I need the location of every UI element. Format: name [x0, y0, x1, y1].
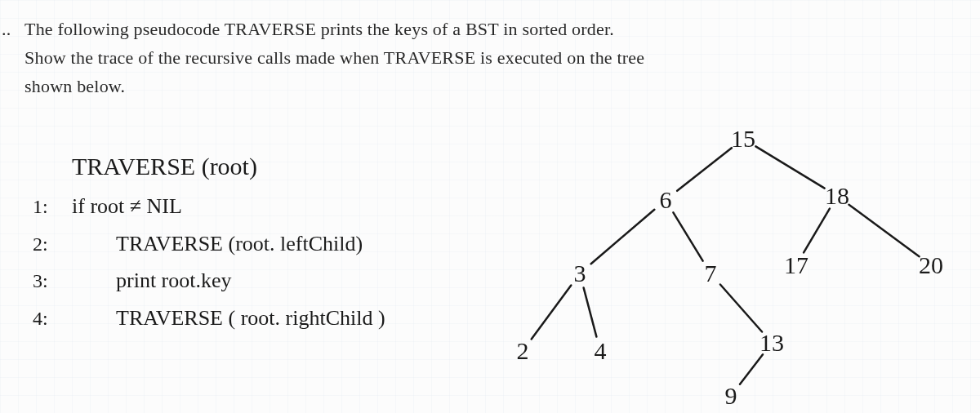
tree-edge	[804, 209, 830, 253]
tree-edge	[673, 212, 702, 260]
tree-node-3: 3	[574, 260, 586, 287]
line-text-2: TRAVERSE (root. leftChild)	[116, 227, 363, 261]
line-num-4: 4:	[33, 303, 60, 334]
tree-edges	[474, 114, 964, 408]
line-text-4: TRAVERSE ( root. rightChild )	[116, 301, 385, 335]
bst-tree: 1561837172024139	[474, 114, 964, 408]
tree-node-9: 9	[725, 382, 737, 410]
tree-node-18: 18	[825, 182, 849, 210]
tree-edge	[740, 354, 763, 384]
tree-node-20: 20	[919, 251, 943, 279]
tree-node-7: 7	[705, 260, 717, 287]
tree-edge	[677, 148, 732, 191]
line-text-3: print root.key	[116, 264, 232, 298]
question-prompt: .. The following pseudocode TRAVERSE pri…	[24, 15, 645, 101]
prompt-text: The following pseudocode TRAVERSE prints…	[24, 19, 644, 96]
pseudo-title: TRAVERSE (root)	[72, 147, 257, 186]
tree-edge	[849, 205, 919, 257]
tree-node-6: 6	[660, 186, 672, 214]
pseudocode-block: TRAVERSE (root) 1: if root ≠ NIL 2: TRAV…	[33, 147, 385, 338]
tree-edge	[755, 146, 824, 188]
tree-node-4: 4	[595, 337, 607, 365]
tree-edge	[584, 287, 597, 336]
line-num-3: 3:	[33, 265, 60, 296]
line-text-1: if root ≠ NIL	[72, 189, 182, 224]
tree-edge	[532, 285, 572, 339]
tree-edge	[720, 284, 762, 331]
tree-node-15: 15	[731, 125, 755, 153]
tree-node-2: 2	[517, 337, 529, 365]
tree-node-13: 13	[760, 329, 784, 357]
tree-node-17: 17	[784, 251, 808, 279]
line-num-1: 1:	[33, 191, 60, 222]
tree-edge	[591, 210, 655, 264]
line-num-2: 2:	[33, 229, 60, 260]
bullet: ..	[2, 15, 11, 43]
